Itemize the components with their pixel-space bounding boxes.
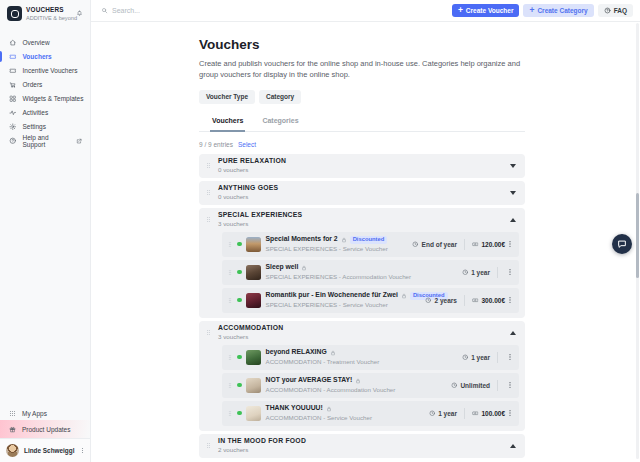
group-voucher-count: 0 vouchers: [218, 194, 278, 200]
voucher-group-accommodation: ACCOMMODATION 3 vouchers beyond RELAXING…: [199, 321, 525, 431]
sidebar-item-vouchers[interactable]: Vouchers: [0, 50, 90, 64]
sidebar-item-label: Settings: [23, 123, 47, 130]
scrollbar-thumb[interactable]: [636, 193, 639, 278]
sidebar-item-product-updates[interactable]: Product Updates: [0, 420, 90, 438]
kebab-icon[interactable]: [79, 447, 86, 454]
filter-voucher-type-button[interactable]: Voucher Type: [199, 90, 255, 104]
faq-label: FAQ: [614, 7, 627, 14]
chat-fab-button[interactable]: [612, 234, 632, 254]
sidebar-item-settings[interactable]: Settings: [0, 120, 90, 134]
home-icon: [9, 39, 17, 47]
tab-categories[interactable]: Categories: [260, 117, 300, 131]
voucher-thumbnail: [246, 265, 261, 280]
entries-count: 9 / 9 entries: [199, 141, 233, 148]
status-dot: [237, 411, 242, 416]
sidebar-nav: Overview Vouchers Incentive Vouchers Ord…: [0, 36, 90, 148]
drag-handle-icon[interactable]: [205, 328, 212, 337]
clock-icon: [412, 241, 419, 248]
drag-handle-icon[interactable]: [227, 381, 233, 390]
banknote-icon: [472, 241, 479, 248]
select-link[interactable]: Select: [238, 141, 256, 148]
sidebar-item-widgets-templates[interactable]: Widgets & Templates: [0, 92, 90, 106]
faq-button[interactable]: FAQ: [598, 4, 633, 17]
filter-bar: Voucher Type Category: [199, 90, 525, 104]
search-bar[interactable]: [101, 7, 452, 14]
user-name: Linde Schweiggl: [24, 447, 74, 454]
drag-handle-icon[interactable]: [227, 353, 233, 362]
group-name: PURE RELAXATION: [218, 158, 286, 165]
status-dot: [237, 270, 242, 275]
voucher-group-header[interactable]: ACCOMMODATION 3 vouchers: [199, 321, 525, 345]
validity-label: 2 years: [425, 297, 457, 304]
sidebar-item-overview[interactable]: Overview: [0, 36, 90, 50]
voucher-row-not-your-average-stay[interactable]: NOT your AVERAGE STAY! ACCOMMODATION - A…: [222, 373, 519, 398]
row-menu-button[interactable]: [506, 240, 514, 248]
sidebar-item-my-apps[interactable]: My Apps: [0, 406, 90, 420]
voucher-row-romantik-pur-ein-wochenende-f-r-zwei[interactable]: Romantik pur - Ein Wochenende für Zwei D…: [222, 288, 519, 313]
row-menu-button[interactable]: [506, 381, 514, 389]
voucher-row-sleep-well[interactable]: Sleep well SPECIAL EXPERIENCES - Accommo…: [222, 260, 519, 285]
voucher-thumbnail: [246, 237, 261, 252]
clock-icon: [429, 410, 436, 417]
sidebar-item-incentive-vouchers[interactable]: Incentive Vouchers: [0, 64, 90, 78]
group-toggle-icon[interactable]: [510, 164, 516, 168]
validity-label: 1 year: [429, 410, 457, 417]
voucher-group-list: PURE RELAXATION 0 vouchers ANYTHING GOES…: [199, 154, 525, 458]
clock-icon: [462, 354, 469, 361]
drag-handle-icon[interactable]: [227, 296, 233, 305]
voucher-subtitle: SPECIAL EXPERIENCES - Service Voucher: [266, 246, 388, 252]
drag-handle-icon[interactable]: [227, 409, 233, 418]
search-input[interactable]: [112, 7, 272, 14]
filter-category-button[interactable]: Category: [259, 90, 301, 104]
row-menu-button[interactable]: [506, 353, 514, 361]
row-menu-button[interactable]: [506, 296, 514, 304]
voucher-subtitle: SPECIAL EXPERIENCES - Service Voucher: [266, 302, 426, 308]
main-content: Vouchers Create and publish vouchers for…: [91, 22, 640, 462]
create-voucher-button[interactable]: + Create Voucher: [452, 4, 520, 17]
gear-icon: [9, 123, 17, 131]
drag-handle-icon[interactable]: [205, 161, 212, 170]
voucher-title: Romantik pur - Ein Wochenende für Zwei: [266, 292, 398, 299]
group-toggle-icon[interactable]: [510, 191, 516, 195]
sidebar-item-help-and-support[interactable]: Help and Support: [0, 134, 90, 148]
drag-handle-icon[interactable]: [227, 240, 233, 249]
status-dot: [237, 298, 242, 303]
voucher-group-special-experiences: SPECIAL EXPERIENCES 3 vouchers Special M…: [199, 208, 525, 318]
voucher-group-header[interactable]: ANYTHING GOES 0 vouchers: [199, 181, 525, 205]
drag-handle-icon[interactable]: [227, 268, 233, 277]
clock-icon: [425, 297, 432, 304]
question-circle-icon: [604, 7, 611, 14]
drag-handle-icon[interactable]: [205, 441, 212, 450]
bell-icon[interactable]: [76, 10, 83, 17]
group-toggle-icon[interactable]: [510, 218, 516, 222]
create-category-button[interactable]: + Create Category: [523, 4, 593, 17]
row-menu-button[interactable]: [506, 268, 514, 276]
voucher-group-header[interactable]: SPECIAL EXPERIENCES 3 vouchers: [199, 208, 525, 232]
voucher-row-beyond-relaxing[interactable]: beyond RELAXING ACCOMMODATION - Treatmen…: [222, 345, 519, 370]
voucher-row-special-moments-for-2[interactable]: Special Moments for 2 Discounted SPECIAL…: [222, 232, 519, 257]
drag-handle-icon[interactable]: [205, 215, 212, 224]
sidebar-item-orders[interactable]: Orders: [0, 78, 90, 92]
group-toggle-icon[interactable]: [510, 331, 516, 335]
workspace-header[interactable]: VOUCHERS ADDITIVE & beyond: [0, 0, 90, 27]
page-description: Create and publish vouchers for the onli…: [199, 58, 525, 81]
apps-grid-icon: [9, 410, 16, 417]
voucher-group-header[interactable]: IN THE MOOD FOR FOOD 2 vouchers: [199, 434, 525, 458]
group-voucher-count: 3 vouchers: [218, 334, 283, 340]
sidebar-item-activities[interactable]: Activities: [0, 106, 90, 120]
group-voucher-rows: beyond RELAXING ACCOMMODATION - Treatmen…: [199, 345, 525, 431]
group-toggle-icon[interactable]: [510, 444, 516, 448]
voucher-group-header[interactable]: PURE RELAXATION 0 vouchers: [199, 154, 525, 178]
help-icon: [9, 137, 17, 145]
row-menu-button[interactable]: [506, 409, 514, 417]
voucher-row-thank-youuuu[interactable]: THANK YOUUUU! ACCOMMODATION - Service Vo…: [222, 401, 519, 426]
plus-icon: +: [458, 6, 463, 15]
user-menu[interactable]: Linde Schweiggl: [0, 438, 90, 462]
tab-vouchers[interactable]: Vouchers: [210, 117, 245, 132]
group-voucher-count: 2 vouchers: [218, 447, 306, 453]
drag-handle-icon[interactable]: [205, 188, 212, 197]
price-label: 300.00€: [472, 297, 505, 304]
voucher-group-in-the-mood-for-food: IN THE MOOD FOR FOOD 2 vouchers: [199, 434, 525, 458]
divider: [497, 267, 498, 278]
group-name: ANYTHING GOES: [218, 185, 278, 192]
